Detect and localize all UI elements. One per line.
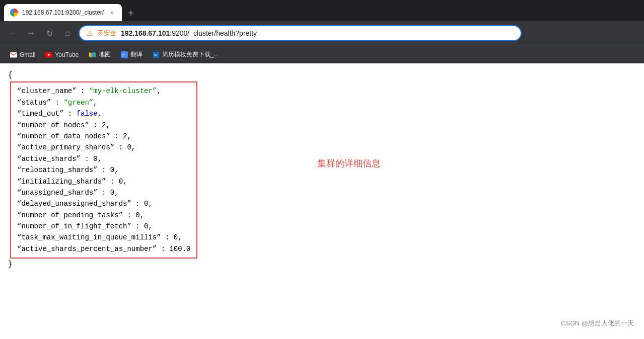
warning-icon: ⚠: [87, 29, 93, 37]
address-bar-row: ← → ↻ ⌂ ⚠ 不安全 192.168.67.101:9200/_clust…: [0, 21, 644, 45]
json-line-cluster-name: “cluster_name” : “my-elk-cluster”,: [17, 86, 190, 97]
bookmark-youtube-label: YouTube: [55, 51, 79, 58]
bookmark-translate-label: 翻译: [130, 50, 142, 59]
doc-icon: W: [153, 51, 160, 58]
bookmark-translate[interactable]: T 翻译: [117, 49, 147, 60]
json-line-data-nodes: “number_of_data_nodes” : 2,: [17, 131, 190, 142]
json-outer-close: }: [8, 259, 636, 270]
json-line-delayed-unassigned: “delayed_unassigned_shards” : 0,: [17, 198, 190, 209]
url-bold-part: 192.168.67.101: [121, 29, 170, 37]
json-line-timed-out: “timed_out” : false,: [17, 108, 190, 119]
translate-icon: T: [121, 51, 128, 58]
json-line-relocating: “relocating_shards” : 0,: [17, 164, 190, 176]
page-content: { “cluster_name” : “my-elk-cluster”, “st…: [0, 63, 644, 339]
bookmark-youtube[interactable]: YouTube: [41, 50, 83, 60]
annotation-label: 集群的详细信息: [317, 156, 381, 171]
address-url: 192.168.67.101:9200/_cluster/health?pret…: [121, 29, 514, 37]
json-line-pending-tasks: “number_of_pending_tasks” : 0,: [17, 210, 190, 221]
bookmark-gmail-label: Gmail: [20, 51, 35, 58]
svg-marker-5: [89, 52, 91, 57]
address-bar[interactable]: ⚠ 不安全 192.168.67.101:9200/_cluster/healt…: [79, 25, 522, 41]
json-line-unassigned: “unassigned_shards” : 0,: [17, 187, 190, 198]
bookmark-resume-label: 简历模板免费下载_...: [162, 50, 219, 59]
tab-favicon: [10, 9, 18, 17]
browser-chrome: 192.168.67.101:9200/_cluster/ × + ← → ↻ …: [0, 0, 644, 63]
new-tab-button[interactable]: +: [124, 6, 138, 20]
svg-marker-4: [91, 52, 94, 57]
not-secure-label: 不安全: [97, 29, 117, 38]
bookmark-maps-label: 地图: [99, 50, 111, 59]
bookmarks-bar: Gmail YouTube 地图 T 翻译: [0, 45, 644, 63]
bookmark-gmail[interactable]: Gmail: [6, 50, 39, 60]
home-button[interactable]: ⌂: [60, 26, 75, 40]
svg-text:W: W: [154, 53, 157, 56]
json-line-active-pct: “active_shards_percent_as_number” : 100.…: [17, 243, 190, 255]
json-data-box: “cluster_name” : “my-elk-cluster”, “stat…: [10, 81, 197, 259]
json-line-initializing: “initializing_shards” : 0,: [17, 176, 190, 187]
active-tab[interactable]: 192.168.67.101:9200/_cluster/ ×: [4, 4, 122, 21]
json-outer-open: {: [8, 69, 636, 80]
json-line-nodes: “number_of_nodes” : 2,: [17, 120, 190, 131]
back-button[interactable]: ←: [6, 26, 20, 40]
json-line-task-max: “task_max_waiting_in_queue_millis” : 0,: [17, 232, 190, 243]
reload-button[interactable]: ↻: [42, 26, 56, 40]
csdn-watermark: CSDN @想当大佬的一天: [561, 318, 634, 329]
json-line-status: “status” : “green”,: [17, 97, 190, 108]
forward-button[interactable]: →: [24, 26, 38, 40]
bookmark-resume[interactable]: W 简历模板免费下载_...: [149, 49, 223, 60]
json-line-primary-shards: “active_primary_shards” : 0,: [17, 142, 190, 153]
json-line-active-shards: “active_shards” : 0,: [17, 153, 190, 164]
svg-text:T: T: [121, 53, 124, 57]
tab-title: 192.168.67.101:9200/_cluster/: [22, 9, 104, 16]
tab-close-button[interactable]: ×: [108, 9, 116, 17]
youtube-icon: [45, 51, 52, 58]
svg-rect-0: [10, 52, 17, 57]
gmail-icon: [10, 51, 17, 58]
tab-bar: 192.168.67.101:9200/_cluster/ × +: [0, 0, 644, 21]
url-rest-part: :9200/_cluster/health?pretty: [170, 29, 257, 37]
bookmark-maps[interactable]: 地图: [85, 49, 115, 60]
json-line-in-flight: “number_of_in_flight_fetch” : 0,: [17, 221, 190, 232]
maps-icon: [89, 51, 96, 58]
